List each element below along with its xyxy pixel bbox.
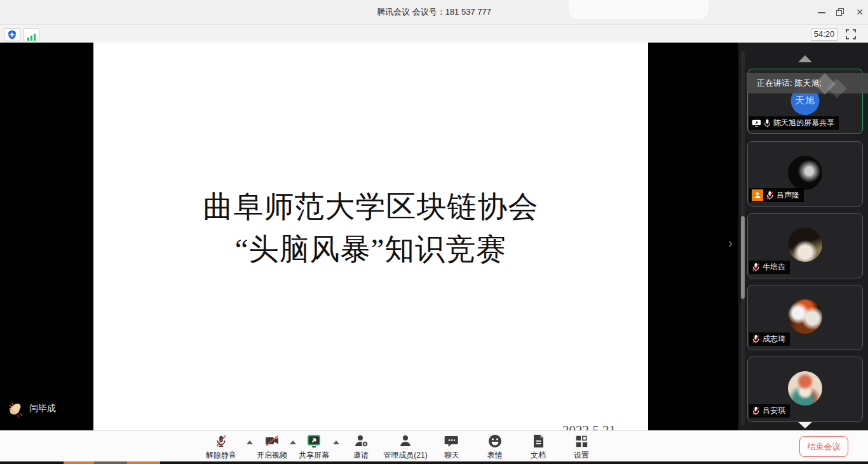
avatar (788, 228, 822, 262)
participant-tile[interactable]: 吕声隆 (747, 141, 863, 207)
document-icon (531, 433, 545, 449)
slide-title: 曲阜师范大学区块链协会 “头脑风暴”知识竞赛 (93, 186, 648, 271)
sidebar-collapse-chevron[interactable]: › (728, 235, 738, 251)
slide-title-line2: “头脑风暴”知识竞赛 (93, 228, 648, 271)
toolbar-label: 聊天 (444, 450, 459, 461)
meeting-timer: 54:20 (811, 28, 837, 41)
restore-icon (836, 10, 842, 16)
mic-muted-icon (752, 263, 760, 272)
participant-name: 成志琦 (763, 334, 785, 345)
participant-label: 牛培垚 (749, 261, 790, 274)
close-button[interactable]: ✕ (854, 6, 865, 18)
network-signal-button[interactable] (23, 28, 39, 41)
toolbar-label: 解除静音 (206, 450, 236, 461)
sidebar-scrollbar-thumb[interactable] (741, 216, 745, 299)
slide-date: 2022.5.21 (538, 423, 640, 430)
tencent-meeting-window: 腾讯会议 会议号：181 537 777 ✕ 54:20 曲阜师范大学区块链协会… (0, 0, 868, 464)
participant-label: 陈天旭的屏幕共享 (749, 116, 839, 130)
toolbar-label: 设置 (574, 450, 589, 461)
avatar (788, 299, 822, 334)
participant-tile[interactable]: 吕安琪 (747, 357, 863, 422)
participant-tile[interactable]: 成志琦 (747, 285, 863, 350)
participant-name: 陈天旭的屏幕共享 (773, 118, 834, 128)
minimize-button[interactable] (816, 6, 827, 18)
avatar (788, 156, 822, 190)
mic-on-icon (764, 119, 771, 128)
share-screen-icon (306, 433, 322, 449)
participant-tile[interactable]: 牛培垚 (747, 213, 863, 278)
toolbar-label: 开启视频 (257, 450, 287, 461)
signal-bars-icon (27, 29, 36, 41)
camera-off-icon (264, 433, 280, 449)
mic-muted-icon (214, 433, 228, 449)
meeting-toolbar-strip (0, 24, 868, 43)
slide-title-line1: 曲阜师范大学区块链协会 (93, 186, 648, 228)
toolbar-label: 文档 (531, 450, 546, 461)
restore-button[interactable] (835, 6, 846, 18)
mic-muted-icon (766, 191, 774, 200)
chat-bubble-icon (444, 433, 459, 449)
participant-name: 吕声隆 (776, 190, 799, 201)
scroll-up-arrow[interactable] (798, 55, 812, 62)
settings-button[interactable]: 设置 (551, 433, 612, 461)
mic-muted-icon (752, 406, 760, 416)
screen-share-icon (752, 119, 761, 127)
toolbar-label: 表情 (487, 450, 503, 461)
fullscreen-button[interactable] (846, 29, 856, 39)
taskbar-edge (0, 461, 868, 464)
shared-slide: 曲阜师范大学区块链协会 “头脑风暴”知识竞赛 2022.5.21 (93, 43, 648, 430)
participant-name: 吕安琪 (763, 406, 785, 416)
toolbar-label: 邀请 (353, 450, 369, 461)
participant-label: 吕安琪 (749, 404, 790, 418)
participant-label: 成志琦 (749, 332, 790, 346)
smiley-icon (487, 433, 503, 449)
settings-grid-icon (574, 433, 588, 449)
self-name: 闫毕成 (29, 403, 56, 414)
avatar (788, 371, 822, 406)
window-title: 腾讯会议 会议号：181 537 777 (0, 0, 868, 24)
participant-label: 吕声隆 (749, 188, 804, 202)
members-icon (398, 433, 413, 449)
security-shield-button[interactable] (4, 28, 20, 41)
end-meeting-button[interactable]: 结束会议 (799, 436, 848, 457)
invite-person-icon (353, 433, 369, 449)
self-view-label: 闫毕成 (6, 399, 56, 418)
now-speaking-banner: 正在讲话: 陈天旭; (747, 73, 868, 93)
member-badge-icon (752, 189, 763, 201)
clapping-hands-icon (6, 400, 24, 418)
toolbar-label: 共享屏幕 (299, 450, 329, 461)
mic-muted-icon (752, 334, 760, 344)
participant-name: 牛培垚 (763, 262, 785, 273)
shield-icon (8, 30, 17, 39)
